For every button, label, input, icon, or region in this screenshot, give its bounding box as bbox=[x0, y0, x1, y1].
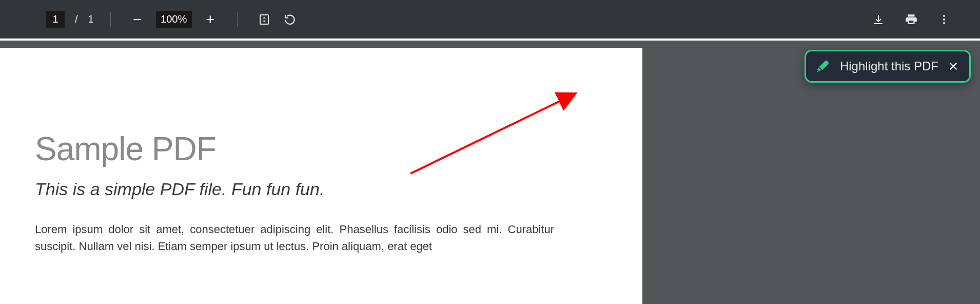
toolbar-divider bbox=[237, 12, 238, 27]
print-button[interactable] bbox=[901, 9, 922, 30]
page-separator: / bbox=[75, 13, 78, 25]
rotate-icon bbox=[283, 13, 297, 26]
svg-point-3 bbox=[943, 22, 945, 24]
document-subtitle: This is a simple PDF file. Fun fun fun. bbox=[35, 179, 607, 199]
highlight-popup-label: Highlight this PDF bbox=[840, 59, 938, 73]
highlight-popup[interactable]: Highlight this PDF bbox=[805, 50, 971, 83]
more-menu-button[interactable] bbox=[934, 9, 954, 30]
highlight-popup-close-button[interactable] bbox=[948, 61, 959, 72]
toolbar-left-group: / 1 − + bbox=[46, 9, 300, 30]
more-vertical-icon bbox=[938, 13, 950, 26]
zoom-in-button[interactable]: + bbox=[200, 9, 221, 30]
page-total: 1 bbox=[88, 13, 94, 25]
pdf-toolbar: / 1 − + bbox=[0, 0, 980, 39]
document-title: Sample PDF bbox=[35, 130, 607, 168]
document-body: Lorem ipsum dolor sit amet, consectetuer… bbox=[35, 221, 554, 255]
rotate-button[interactable] bbox=[280, 9, 300, 30]
minus-icon: − bbox=[133, 12, 142, 27]
toolbar-right-group bbox=[868, 9, 959, 30]
zoom-out-button[interactable]: − bbox=[127, 9, 148, 30]
pdf-page: Sample PDF This is a simple PDF file. Fu… bbox=[0, 48, 642, 304]
page-number-input[interactable] bbox=[46, 11, 65, 28]
download-icon bbox=[872, 13, 885, 26]
highlighter-icon bbox=[815, 59, 831, 74]
svg-rect-0 bbox=[260, 15, 268, 24]
print-icon bbox=[905, 13, 918, 26]
plus-icon: + bbox=[206, 12, 215, 27]
zoom-level-input[interactable] bbox=[156, 11, 192, 28]
toolbar-divider bbox=[110, 12, 111, 27]
download-button[interactable] bbox=[868, 9, 889, 30]
close-icon bbox=[948, 61, 959, 72]
fit-page-icon bbox=[258, 13, 270, 26]
svg-point-2 bbox=[943, 18, 945, 21]
body-line: Lorem ipsum dolor sit amet, consectetuer… bbox=[35, 223, 502, 236]
svg-point-1 bbox=[943, 15, 945, 17]
fit-page-button[interactable] bbox=[254, 9, 275, 30]
